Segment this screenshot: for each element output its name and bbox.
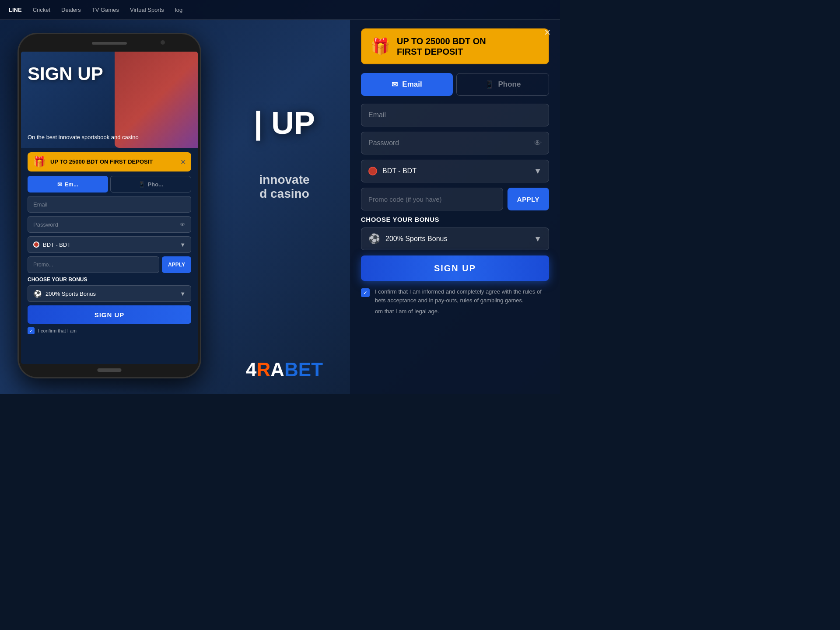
phone-currency-selector[interactable]: BDT - BDT ▼ [28,236,191,253]
tabs-row: ✉ Email 📱 Phone [361,73,549,96]
phone-phone-tab-label: Pho... [148,181,163,188]
nav-item-virtual-sports[interactable]: Virtual Sports [130,7,164,13]
confirm-row: ✓ I confirm that I am informed and compl… [361,287,549,304]
currency-chevron-icon: ▼ [534,167,542,176]
choose-bonus-section: CHOOSE YOUR BONUS ⚽ 200% Sports Bonus ▼ [361,216,549,250]
nav-item-dealers[interactable]: Dealers [61,7,81,13]
phone-eye-icon: 👁 [180,221,186,228]
phone-apply-button[interactable]: APPLY [162,256,191,273]
phone-promo-row: Promo... APPLY [28,256,191,273]
phone-form: 🎁 UP TO 25000 BDT ON FIRST DEPOSIT ✕ ✉ E… [21,148,198,339]
phone-email-tab-label: Em... [65,181,78,188]
phone-bonus-banner: 🎁 UP TO 25000 BDT ON FIRST DEPOSIT ✕ [28,152,191,172]
signup-button[interactable]: SIGN UP [361,256,549,281]
bonus-banner-line1: UP TO 25000 BDT ON [397,36,486,46]
phone-camera [161,40,165,45]
phone-soccer-icon: ⚽ [33,290,42,298]
soccer-ball-icon: ⚽ [368,233,380,245]
password-placeholder: Password [368,139,399,147]
confirm-text-2: om that I am of legal age. [361,308,549,315]
bonus-banner-text-block: UP TO 25000 BDT ON FIRST DEPOSIT [397,36,486,57]
phone-tabs: ✉ Em... 📱 Pho... [28,176,191,192]
bonus-dropdown[interactable]: ⚽ 200% Sports Bonus ▼ [361,228,549,250]
phone-currency-chevron: ▼ [180,242,186,248]
phone-tab-button[interactable]: 📱 Phone [456,73,549,96]
eye-icon[interactable]: 👁 [534,139,542,148]
phone-email-input[interactable]: Email [28,196,191,213]
phone-screen: SIGN UP On the best innovate sportsbook … [21,52,198,364]
center-tagline: innovated casino [259,173,309,201]
phone-section: SIGN UP On the best innovate sportsbook … [0,20,219,394]
phone-choose-bonus-label: CHOOSE YOUR BONUS [28,276,191,283]
phone-bonus-chevron: ▼ [180,290,186,297]
bonus-option-label: 200% Sports Bonus [385,235,447,243]
phone-home-button[interactable] [98,368,122,372]
password-input[interactable]: Password 👁 [361,132,549,154]
bonus-banner: 🎁 UP TO 25000 BDT ON FIRST DEPOSIT [361,28,549,64]
phone-currency-label: BDT - BDT [43,242,70,248]
navbar: LINE Cricket Dealers TV Games Virtual Sp… [0,0,560,20]
promo-code-input[interactable]: Promo code (if you have) [361,188,503,210]
email-tab-label: Email [402,80,422,89]
phone-tagline: On the best innovate sportsbook and casi… [28,133,139,141]
phone-email-icon: ✉ [57,181,62,188]
phone-email-tab[interactable]: ✉ Em... [28,176,108,192]
center-hero-text: | UP [254,107,315,139]
phone-promo-placeholder: Promo... [33,262,53,268]
phone-hero: SIGN UP On the best innovate sportsbook … [21,52,198,148]
email-placeholder: Email [368,111,386,119]
right-panel: ✕ 🎁 UP TO 25000 BDT ON FIRST DEPOSIT ✉ E… [350,20,560,394]
phone-tab-icon: 📱 [485,80,494,89]
bonus-gift-icon: 🎁 [371,37,390,56]
nav-item-line[interactable]: LINE [9,7,22,13]
logo-a: A [270,359,284,381]
phone-close-button[interactable]: ✕ [180,158,186,166]
phone-bonus-dropdown[interactable]: ⚽ 200% Sports Bonus ▼ [28,285,191,302]
phone-speaker [92,42,127,45]
apply-button[interactable]: APPLY [508,188,549,210]
email-input[interactable]: Email [361,104,549,126]
phone-promo-input[interactable]: Promo... [28,256,159,273]
confirm-checkbox[interactable]: ✓ [361,288,370,297]
logo-4r: 4 [246,359,256,381]
main-container: SIGN UP On the best innovate sportsbook … [0,0,560,394]
currency-selector[interactable]: BDT - BDT ▼ [361,160,549,182]
nav-item-cricket[interactable]: Cricket [33,7,50,13]
email-tab-icon: ✉ [392,80,398,89]
nav-item-tv-games[interactable]: TV Games [92,7,119,13]
phone-currency-flag [33,242,39,248]
phone-gift-icon: 🎁 [33,156,46,168]
phone-password-placeholder: Password [33,221,58,228]
phone-phone-tab[interactable]: 📱 Pho... [110,176,192,192]
phone-confirm-checkbox[interactable]: ✓ [28,327,35,334]
phone-signup-button[interactable]: SIGN UP [28,305,191,324]
phone-confirm-row: ✓ I confirm that I am [28,327,191,334]
center-logo: 4 R A BET [246,359,323,381]
close-button[interactable]: ✕ [541,26,553,38]
bonus-chevron-icon: ▼ [534,234,542,244]
currency-flag-dot [368,167,377,175]
confirm-text: I confirm that I am informed and complet… [375,287,549,304]
nav-item-log[interactable]: log [175,7,182,13]
phone-phone-icon: 📱 [138,181,145,188]
promo-placeholder: Promo code (if you have) [368,196,442,203]
phone-sign-up-heading: SIGN UP [28,65,103,83]
phone-password-input[interactable]: Password 👁 [28,216,191,233]
email-tab-button[interactable]: ✉ Email [361,73,453,96]
bonus-banner-line2: FIRST DEPOSIT [397,46,486,57]
phone-tab-label: Phone [498,80,521,89]
promo-code-row: Promo code (if you have) APPLY [361,188,549,210]
currency-label: BDT - BDT [382,167,416,175]
phone-bonus-option: 200% Sports Bonus [46,290,96,297]
phone-device: SIGN UP On the best innovate sportsbook … [18,33,201,378]
phone-email-placeholder: Email [33,201,48,208]
phone-bonus-text: UP TO 25000 BDT ON FIRST DEPOSIT [50,158,153,165]
choose-bonus-label: CHOOSE YOUR BONUS [361,216,549,223]
phone-confirm-text: I confirm that I am [38,328,77,333]
logo-r: R [256,359,270,381]
logo-bet: BET [284,359,323,381]
center-section: | UP innovated casino 4 R A BET [219,20,350,394]
